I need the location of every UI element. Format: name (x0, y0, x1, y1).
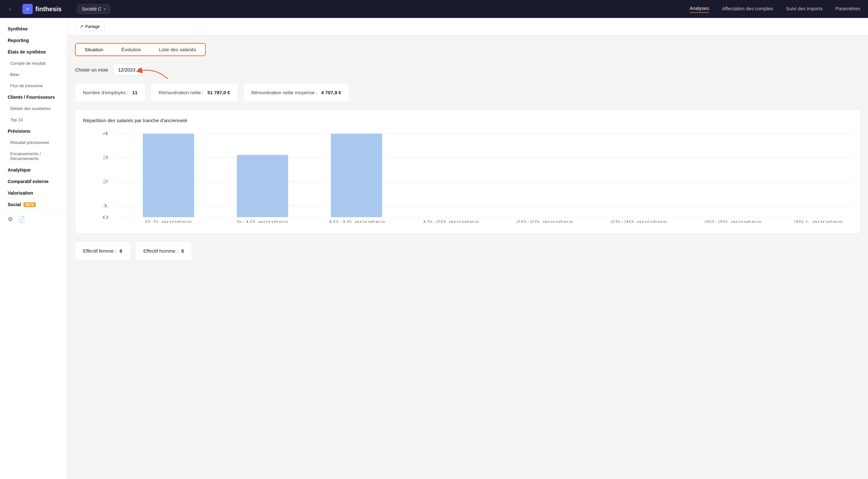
tab-situation[interactable]: Situation (75, 43, 112, 56)
partage-button[interactable]: ↗ Partage (75, 22, 105, 31)
svg-text:2: 2 (102, 179, 108, 184)
sidebar-item-social[interactable]: Social BÉTA (0, 199, 67, 210)
chart-card: Répartition des salariés par tranche d'a… (75, 110, 860, 234)
sidebar-item-etats-synthese[interactable]: États de synthèse (0, 46, 67, 58)
tab-evolution[interactable]: Évolution (112, 43, 150, 56)
sidebar-item-details-auxiliaires[interactable]: Détails des auxiliaires (0, 103, 67, 114)
month-selector-row: Choisir un mois 12/2023 ▾ (75, 64, 860, 76)
month-value: 12/2023 (118, 67, 135, 72)
top-nav-links: Analyses Affectation des comptes Suivi d… (690, 5, 860, 13)
stat-remuneration-moyenne: Rémunération nette moyenne : 4 707,9 € (243, 83, 349, 102)
svg-text:20-25 années: 20-25 années (516, 220, 573, 224)
svg-text:1: 1 (102, 203, 108, 208)
gender-femme-value: 6 (120, 248, 122, 253)
month-dropdown[interactable]: 12/2023 ▾ (113, 64, 145, 76)
logo-text: finthesis (35, 5, 62, 13)
sidebar-item-valorisation[interactable]: Valorisation (0, 187, 67, 199)
logo: ≡ finthesis (23, 4, 62, 14)
share-icon: ↗ (80, 24, 83, 29)
stat-remuneration-moy-label: Rémunération nette moyenne : (251, 90, 317, 95)
logo-icon: ≡ (23, 4, 33, 14)
nav-link-analyses[interactable]: Analyses (690, 5, 709, 13)
document-icon[interactable]: 📄 (18, 216, 25, 223)
nav-link-parametres[interactable]: Paramètres (835, 6, 860, 12)
svg-text:15-20 années: 15-20 années (422, 220, 479, 224)
sidebar-item-flux-tresorerie[interactable]: Flux de trésorerie (0, 80, 67, 91)
toolbar: ↗ Partage (67, 18, 868, 35)
month-selector-label: Choisir un mois (75, 67, 108, 72)
svg-text:3: 3 (102, 155, 108, 160)
gender-femme-card: Effectif femme : 6 (75, 241, 130, 260)
sidebar-item-reporting[interactable]: Reporting (0, 35, 67, 46)
bar-0-5 (143, 134, 194, 217)
stat-remuneration-moy-value: 4 707,9 € (321, 90, 341, 95)
gender-homme-card: Effectif homme : 5 (135, 241, 192, 260)
stat-employes-label: Nombre d'employés : (83, 90, 128, 95)
main-content: ↗ Partage Situation Évolution Liste des … (67, 18, 868, 479)
chart-wrapper: 4 3 2 1 0 0-5 années (83, 129, 852, 226)
svg-text:4: 4 (102, 131, 108, 136)
sidebar-item-analytique[interactable]: Analytique (0, 164, 67, 176)
svg-text:0: 0 (102, 215, 108, 220)
stat-remuneration-label: Rémunération nette : (159, 90, 204, 95)
bar-chart: 4 3 2 1 0 0-5 années (83, 129, 852, 226)
sidebar-item-clients-fournisseurs[interactable]: Clients / Fournisseurs (0, 91, 67, 103)
chevron-down-icon: ▾ (138, 67, 141, 72)
bar-5-10 (237, 155, 288, 217)
sidebar-item-top10[interactable]: Top 10 (0, 114, 67, 125)
chart-title: Répartition des salariés par tranche d'a… (83, 118, 852, 123)
stats-row: Nombre d'employés : 11 Rémunération nett… (75, 83, 860, 102)
nav-link-suivi[interactable]: Suivi des imports (786, 6, 823, 12)
stat-employes: Nombre d'employés : 11 (75, 83, 146, 102)
bar-10-15 (331, 134, 382, 217)
svg-text:5-10 années: 5-10 années (236, 220, 288, 224)
gender-homme-value: 5 (181, 248, 184, 253)
sidebar-item-previsions[interactable]: Prévisions (0, 125, 67, 137)
sidebar: Synthèse Reporting États de synthèse Com… (0, 18, 67, 479)
stat-remuneration: Rémunération nette : 51 787,0 € (151, 83, 238, 102)
svg-text:25-30 années: 25-30 années (610, 220, 668, 224)
nav-link-affectation[interactable]: Affectation des comptes (722, 6, 773, 12)
company-name: Société C (82, 6, 101, 11)
sidebar-item-comparatif[interactable]: Comparatif externe (0, 176, 67, 187)
stat-remuneration-value: 51 787,0 € (207, 90, 230, 95)
gender-row: Effectif femme : 6 Effectif homme : 5 (75, 241, 860, 260)
svg-text:0-5 années: 0-5 années (145, 220, 192, 224)
svg-text:10-15 années: 10-15 années (328, 220, 385, 224)
social-beta-badge: BÉTA (23, 202, 36, 207)
stat-employes-value: 11 (132, 90, 137, 95)
gender-femme-label: Effectif femme : (83, 248, 116, 253)
settings-icon[interactable]: ⚙ (8, 216, 13, 223)
svg-text:30-35 années: 30-35 années (704, 220, 761, 224)
top-navigation: ‹ ≡ finthesis Société C ▾ Analyses Affec… (0, 0, 868, 18)
gender-homme-label: Effectif homme : (143, 248, 178, 253)
tab-liste-salaries[interactable]: Liste des salariés (150, 43, 205, 56)
back-button[interactable]: ‹ (8, 4, 12, 14)
tabs-container: Situation Évolution Liste des salariés (75, 43, 206, 56)
svg-text:35+ années: 35+ années (793, 220, 843, 224)
sidebar-item-resultat-previsionnel[interactable]: Résultat prévisionnel (0, 137, 67, 148)
company-selector[interactable]: Société C ▾ (77, 4, 110, 14)
sidebar-bottom: ⚙ 📄 (0, 210, 67, 228)
sidebar-item-compte-resultat[interactable]: Compte de résultat (0, 58, 67, 69)
sidebar-item-synthese[interactable]: Synthèse (0, 23, 67, 35)
chevron-down-icon: ▾ (104, 7, 105, 11)
content-area: Situation Évolution Liste des salariés C… (67, 35, 868, 276)
partage-label: Partage (85, 24, 100, 29)
sidebar-item-encaissements[interactable]: Encaissements / Décaissements (0, 148, 67, 164)
sidebar-item-bilan[interactable]: Bilan (0, 69, 67, 80)
